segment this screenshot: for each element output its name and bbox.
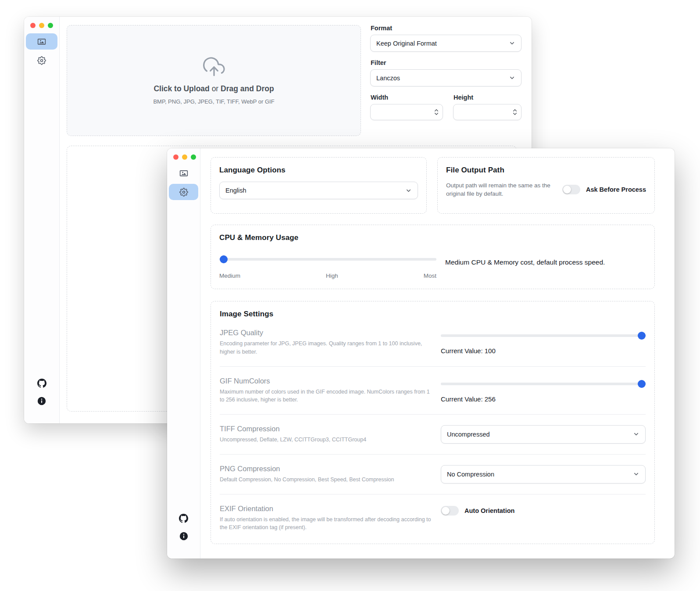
filter-label: Filter (371, 59, 521, 66)
format-select[interactable]: Keep Original Format (370, 35, 521, 52)
jpeg-quality-slider[interactable] (441, 332, 646, 340)
png-compression-select[interactable]: No Compression (441, 465, 646, 484)
slider-thumb[interactable] (638, 332, 646, 340)
height-input[interactable] (459, 109, 513, 116)
gif-numcolors-title: GIF NumColors (220, 377, 434, 385)
github-icon[interactable] (37, 378, 46, 388)
gif-numcolors-current-value: Current Value: 256 (441, 395, 646, 403)
image-settings-card: Image Settings JPEG Quality Encoding par… (211, 301, 655, 544)
language-select[interactable]: English (219, 182, 418, 199)
chevron-down-icon (633, 431, 639, 437)
cpu-status-text: Medium CPU & Memory cost, default proces… (445, 258, 605, 279)
image-icon (37, 37, 46, 47)
sidebar-item-settings[interactable] (169, 184, 198, 200)
settings-main: Language Options English File Output Pat… (211, 157, 655, 544)
gif-numcolors-slider[interactable] (441, 380, 646, 388)
height-stepper[interactable] (453, 104, 521, 120)
language-options-title: Language Options (219, 166, 418, 175)
language-options-card: Language Options English (211, 157, 427, 214)
minimize-button[interactable] (39, 23, 44, 28)
width-input[interactable] (376, 109, 434, 116)
tiff-compression-title: TIFF Compression (220, 425, 434, 433)
sidebar-item-convert[interactable] (169, 165, 198, 181)
output-path-description: Output path will remain the same as the … (446, 181, 556, 198)
window-controls (30, 23, 53, 28)
sidebar (167, 148, 200, 559)
exif-orientation-title: EXIF Orientation (220, 505, 434, 513)
window-controls (173, 154, 196, 160)
settings-window: Language Options English File Output Pat… (167, 148, 675, 559)
info-icon[interactable] (37, 396, 46, 406)
stepper-icon[interactable] (513, 109, 517, 115)
stepper-icon[interactable] (434, 109, 439, 115)
auto-orientation-label: Auto Orientation (464, 507, 514, 514)
cpu-memory-title: CPU & Memory Usage (219, 233, 646, 242)
chevron-down-icon (509, 75, 515, 81)
sidebar (24, 17, 60, 423)
upload-title: Click to Upload or Drag and Drop (154, 84, 274, 93)
image-icon (179, 168, 189, 178)
chevron-down-icon (633, 471, 639, 477)
info-icon[interactable] (179, 531, 189, 541)
upload-cloud-icon (203, 56, 225, 78)
width-stepper[interactable] (370, 104, 443, 120)
ask-before-process-label: Ask Before Process (586, 186, 646, 193)
tiff-compression-row: TIFF Compression Uncompressed, Deflate, … (220, 415, 646, 455)
sidebar-item-convert[interactable] (26, 33, 57, 50)
supported-formats-text: BMP, PNG, JPG, JPEG, TIF, TIFF, WebP or … (153, 98, 274, 105)
png-compression-row: PNG Compression Default Compression, No … (220, 455, 646, 494)
slider-thumb[interactable] (220, 255, 228, 263)
minimize-button[interactable] (182, 154, 187, 160)
jpeg-quality-row: JPEG Quality Encoding parameter for JPG,… (220, 319, 646, 367)
png-compression-description: Default Compression, No Compression, Bes… (220, 476, 434, 484)
ask-before-process-toggle[interactable] (562, 185, 580, 194)
sidebar-item-settings[interactable] (26, 52, 57, 68)
slider-thumb[interactable] (638, 380, 646, 388)
jpeg-quality-description: Encoding parameter for JPG, JPEG images.… (220, 340, 434, 356)
format-label: Format (371, 25, 521, 32)
png-compression-title: PNG Compression (220, 465, 434, 473)
image-settings-title: Image Settings (220, 310, 646, 319)
cpu-slider-label-high: High (326, 272, 338, 279)
cpu-memory-slider[interactable] (219, 255, 436, 263)
close-button[interactable] (30, 23, 36, 28)
close-button[interactable] (173, 154, 179, 160)
chevron-down-icon (509, 40, 515, 47)
file-output-path-title: File Output Path (446, 166, 646, 175)
auto-orientation-toggle[interactable] (441, 506, 459, 516)
tiff-compression-description: Uncompressed, Deflate, LZW, CCITTGroup3,… (220, 436, 434, 444)
height-label: Height (454, 94, 521, 101)
zoom-button[interactable] (48, 23, 53, 28)
gear-icon (37, 56, 46, 65)
gif-numcolors-row: GIF NumColors Maximum number of colors u… (220, 367, 646, 415)
width-label: Width (371, 94, 443, 101)
exif-orientation-description: If auto orientation is enabled, the imag… (220, 516, 434, 532)
output-options-panel: Format Keep Original Format Filter Lancz… (370, 25, 521, 120)
tiff-compression-select[interactable]: Uncompressed (441, 425, 646, 444)
cpu-slider-label-medium: Medium (219, 272, 240, 279)
jpeg-quality-title: JPEG Quality (220, 329, 434, 337)
github-icon[interactable] (179, 513, 189, 523)
gear-icon (179, 187, 189, 197)
upload-dropzone[interactable]: Click to Upload or Drag and Drop BMP, PN… (67, 25, 361, 136)
file-output-path-card: File Output Path Output path will remain… (437, 157, 655, 214)
chevron-down-icon (405, 187, 412, 194)
zoom-button[interactable] (191, 154, 196, 160)
cpu-memory-card: CPU & Memory Usage Medium High Most Medi… (211, 225, 655, 289)
exif-orientation-row: EXIF Orientation If auto orientation is … (220, 494, 646, 542)
filter-select[interactable]: Lanczos (370, 69, 521, 86)
gif-numcolors-description: Maximum number of colors used in the GIF… (220, 388, 434, 405)
jpeg-quality-current-value: Current Value: 100 (441, 347, 646, 355)
cpu-slider-label-most: Most (424, 272, 436, 279)
